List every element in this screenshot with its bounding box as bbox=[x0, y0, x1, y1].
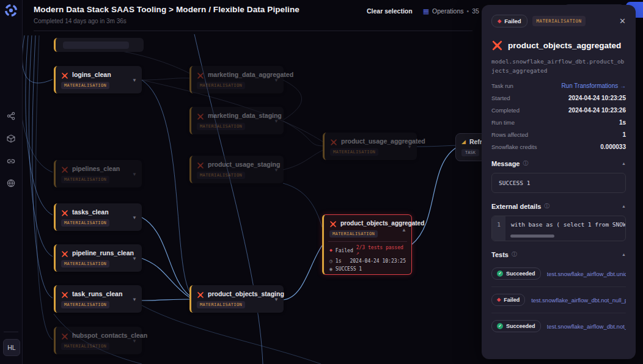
chevron-down-icon[interactable]: ▼ bbox=[274, 118, 279, 123]
node-label: product_usage_aggregated bbox=[341, 137, 425, 145]
node-clipped-content bbox=[63, 42, 129, 49]
products-icon[interactable] bbox=[7, 134, 15, 143]
test-status-badge: ◆ Failed bbox=[491, 294, 525, 306]
materialisation-badge: MATERIALISATION bbox=[329, 230, 378, 238]
test-link[interactable]: test.snowflake_airflow_dbt.unique_pro bbox=[547, 271, 626, 277]
node-hubspot-contacts-clean[interactable]: hubspot_contacts_clean MATERIALISATION ▼ bbox=[54, 327, 142, 354]
materialisation-badge: MATERIALISATION bbox=[61, 260, 109, 268]
collapse-icon[interactable]: ▲ bbox=[622, 204, 626, 208]
dbt-icon bbox=[329, 219, 337, 227]
node-label: pipelines_clean bbox=[72, 165, 120, 172]
chevron-down-icon[interactable]: ▼ bbox=[274, 296, 279, 302]
node-label: marketing_data_aggregated bbox=[208, 71, 293, 78]
materialisation-badge: MATERIALISATION bbox=[61, 301, 109, 308]
materialisation-badge: MATERIALISATION bbox=[61, 82, 109, 89]
dbt-icon bbox=[61, 332, 68, 339]
node-divider bbox=[328, 241, 407, 242]
chevron-down-icon[interactable]: ▼ bbox=[132, 77, 137, 82]
node-label: logins_clean bbox=[72, 71, 111, 78]
node-status: Failed bbox=[336, 248, 353, 253]
chevron-down-icon[interactable]: ▼ bbox=[132, 171, 137, 177]
node-label: pipeline_runs_clean bbox=[72, 249, 134, 257]
materialisation-badge: MATERIALISATION bbox=[197, 301, 245, 308]
chevron-down-icon[interactable]: ▼ bbox=[132, 214, 137, 220]
test-link[interactable]: test.snowflake_airflow_dbt.not_null_pr bbox=[531, 297, 626, 304]
user-avatar[interactable]: HL bbox=[3, 339, 20, 356]
materialisation-badge: MATERIALISATION bbox=[532, 16, 586, 26]
dbt-icon bbox=[61, 208, 68, 216]
chevron-down-icon[interactable]: ▼ bbox=[132, 255, 137, 261]
task-icon: ◢ bbox=[461, 139, 466, 145]
dbt-icon bbox=[197, 161, 204, 168]
test-status-badge: ✓ Succeeded bbox=[491, 268, 541, 280]
materialisation-badge: MATERIALISATION bbox=[61, 219, 109, 227]
node-label: marketing_data_staging bbox=[208, 112, 282, 119]
node-runtime: 1s bbox=[336, 258, 342, 264]
dbt-icon bbox=[491, 40, 503, 51]
detail-row: Rows affected 1 bbox=[491, 131, 626, 138]
chevron-up-icon[interactable]: ▲ bbox=[402, 227, 406, 233]
tests-section-header: Tests ⓘ ▲ bbox=[491, 250, 626, 258]
collapse-icon[interactable]: ▲ bbox=[622, 252, 626, 257]
info-icon[interactable]: ⓘ bbox=[523, 159, 528, 167]
node-label: product_objects_aggregated bbox=[340, 220, 424, 227]
check-circle-icon: ✓ bbox=[497, 271, 503, 277]
line-number: 1 bbox=[492, 216, 505, 241]
node-label: task_runs_clean bbox=[72, 290, 122, 297]
info-icon[interactable]: ⓘ bbox=[512, 250, 517, 258]
run-transformations-link[interactable]: Run Transformations → bbox=[561, 82, 626, 89]
node-product-objects-aggregated-selected[interactable]: product_objects_aggregated ▲ MATERIALISA… bbox=[322, 214, 412, 275]
node-label: product_usage_staging bbox=[208, 161, 280, 168]
chevron-down-icon[interactable]: ▼ bbox=[274, 167, 279, 172]
test-link[interactable]: test.snowflake_airflow_dbt.not_null_pr bbox=[547, 323, 626, 330]
app-logo-icon[interactable] bbox=[4, 4, 18, 17]
chevron-down-icon[interactable]: ▼ bbox=[274, 77, 279, 82]
detail-row: Completed 2024-04-24 10:23:26 bbox=[491, 107, 626, 114]
info-icon[interactable]: ⓘ bbox=[544, 202, 549, 210]
collapse-icon[interactable]: ▲ bbox=[622, 161, 626, 166]
node-marketing-data-staging[interactable]: marketing_data_staging MATERIALISATION ▼ bbox=[189, 107, 284, 134]
dbt-icon bbox=[197, 112, 204, 119]
sql-code-block: 1 with base as ( select 1 from SNOWFLAKE bbox=[491, 216, 626, 241]
detail-row: Run time 1s bbox=[491, 119, 626, 126]
globe-icon[interactable] bbox=[7, 179, 15, 187]
close-icon[interactable]: ✕ bbox=[619, 16, 626, 26]
node-marketing-data-aggregated[interactable]: marketing_data_aggregated MATERIALISATIO… bbox=[189, 66, 284, 93]
integrations-icon[interactable] bbox=[7, 157, 15, 166]
chevron-down-icon[interactable]: ▼ bbox=[132, 338, 137, 343]
chevron-down-icon[interactable]: ▼ bbox=[132, 296, 137, 302]
node-label: tasks_clean bbox=[72, 208, 109, 216]
node-product-usage-staging[interactable]: product_usage_staging MATERIALISATION ▼ bbox=[189, 156, 284, 183]
check-circle-icon: ✓ bbox=[497, 323, 503, 329]
node-logins-clean[interactable]: logins_clean MATERIALISATION ▼ bbox=[54, 66, 142, 93]
node-product-usage-aggregated[interactable]: product_usage_aggregated MATERIALISATION… bbox=[323, 133, 417, 160]
detail-row: Started 2024-04-24 10:23:25 bbox=[491, 95, 626, 101]
node-tasks-clean[interactable]: tasks_clean MATERIALISATION ▼ bbox=[54, 203, 142, 231]
dbt-icon bbox=[61, 165, 68, 172]
panel-details: Task run Run Transformations → Started 2… bbox=[491, 82, 626, 150]
tests-summary-link[interactable]: 2/3 tests passed ↗ bbox=[356, 245, 406, 256]
node-clipped-top[interactable] bbox=[54, 38, 144, 52]
dbt-icon bbox=[61, 249, 68, 257]
node-pipeline-runs-clean[interactable]: pipeline_runs_clean MATERIALISATION ▼ bbox=[54, 244, 142, 272]
node-task-runs-clean[interactable]: task_runs_clean MATERIALISATION ▼ bbox=[54, 285, 142, 313]
task-badge: TASK bbox=[461, 149, 479, 156]
node-label: product_objects_staging bbox=[208, 290, 284, 297]
horizontal-scrollbar[interactable] bbox=[510, 235, 554, 238]
test-status-badge: ✓ Succeeded bbox=[491, 320, 541, 332]
message-section-header: Message ⓘ ▲ bbox=[491, 159, 626, 167]
app-window: HL Modern Data Stack SAAS Tooling > Mode… bbox=[0, 0, 643, 364]
panel-title-row: product_objects_aggregated bbox=[491, 40, 626, 51]
test-row: ◆ Failed test.snowflake_airflow_dbt.not_… bbox=[491, 287, 626, 313]
dbt-icon bbox=[330, 137, 337, 145]
failed-diamond-icon: ◆ bbox=[329, 248, 333, 253]
node-pipelines-clean[interactable]: pipelines_clean MATERIALISATION ▼ bbox=[54, 160, 142, 187]
chevron-down-icon[interactable]: ▼ bbox=[407, 144, 412, 149]
panel-model-path: model.snowflake_airflow_dbt.product_obje… bbox=[491, 57, 626, 75]
message-box: SUCCESS 1 bbox=[491, 173, 626, 193]
failed-diamond-icon: ◆ bbox=[498, 19, 501, 24]
detail-row: Snowflake credits 0.000033 bbox=[491, 144, 626, 150]
detail-panel: ◆ Failed MATERIALISATION ✕ product_objec… bbox=[482, 5, 636, 359]
node-product-objects-staging[interactable]: product_objects_staging MATERIALISATION … bbox=[189, 285, 284, 313]
pipelines-icon[interactable] bbox=[7, 112, 15, 120]
